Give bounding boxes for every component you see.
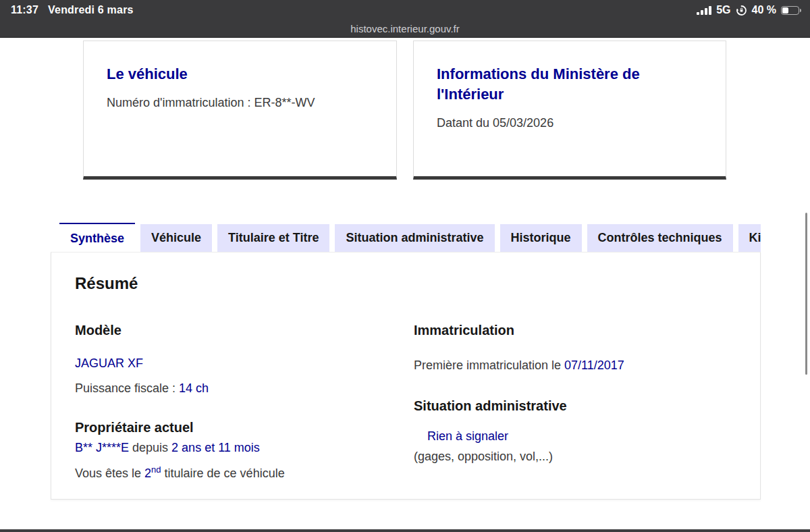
status-right: 5G 40 %	[697, 4, 799, 16]
holder-suffix: titulaire de ce véhicule	[161, 467, 285, 480]
safari-window: 11:37 Vendredi 6 mars 5G 40 %	[0, 0, 810, 532]
status-bar: 11:37 Vendredi 6 mars 5G 40 %	[0, 0, 810, 38]
tab-titulaire-et-titre[interactable]: Titulaire et Titre	[217, 224, 329, 252]
vehicle-card: Le véhicule Numéro d'immatriculation : E…	[83, 41, 397, 180]
panel-left-column: Modèle JAGUAR XF Puissance fiscale : 14 …	[75, 322, 392, 482]
holder-ordinal: nd	[151, 464, 161, 475]
tab-kilometrage[interactable]: Kilométrage	[738, 224, 761, 252]
admin-status-value: Rien à signaler	[414, 428, 731, 445]
owner-name-value: B** J****E	[75, 441, 129, 454]
network-type-label: 5G	[716, 4, 730, 16]
status-left: 11:37 Vendredi 6 mars	[11, 4, 134, 16]
holder-prefix: Vous êtes le	[75, 467, 144, 480]
vehicle-card-registration: Numéro d'immatriculation : ER-8**-WV	[107, 95, 373, 111]
fiscal-power-value: 14 ch	[179, 381, 209, 395]
model-name-value: JAGUAR XF	[75, 355, 392, 372]
status-date: Vendredi 6 mars	[48, 4, 134, 16]
owner-line: B** J****E depuis 2 ans et 11 mois	[75, 440, 392, 456]
ministry-info-card: Informations du Ministère de l'Intérieur…	[413, 41, 726, 180]
fiscal-power-label: Puissance fiscale :	[75, 381, 179, 395]
url-text: histovec.interieur.gouv.fr	[350, 23, 459, 34]
tab-controles-techniques[interactable]: Contrôles techniques	[587, 224, 733, 252]
fiscal-power-line: Puissance fiscale : 14 ch	[75, 380, 392, 397]
vertical-scrollbar[interactable]	[805, 213, 807, 375]
tab-vehicule[interactable]: Véhicule	[140, 224, 212, 252]
holder-number: 2	[144, 467, 151, 480]
vehicle-card-title: Le véhicule	[107, 64, 373, 84]
owner-since-label: depuis	[129, 441, 171, 454]
panel-right-column: Immatriculation Première immatriculation…	[414, 322, 731, 465]
rotation-lock-icon	[736, 5, 747, 16]
bottom-edge-bar	[0, 529, 810, 532]
battery-fill	[782, 7, 788, 14]
battery-percent-label: 40 %	[752, 4, 776, 16]
tab-synthese[interactable]: Synthèse	[59, 223, 135, 252]
holder-line: Vous êtes le 2nd titulaire de ce véhicul…	[75, 461, 392, 482]
synthese-panel: Résumé Modèle JAGUAR XF Puissance fiscal…	[51, 252, 761, 500]
first-registration-line: Première immatriculation le 07/11/2017	[414, 357, 731, 374]
admin-situation-heading: Situation administrative	[414, 398, 731, 415]
ministry-card-title: Informations du Ministère de l'Intérieur	[437, 64, 703, 105]
status-time: 11:37	[11, 4, 38, 16]
cellular-signal-icon	[697, 6, 711, 15]
address-bar[interactable]: histovec.interieur.gouv.fr	[0, 20, 810, 38]
model-heading: Modèle	[75, 322, 392, 339]
ministry-card-date: Datant du 05/03/2026	[437, 115, 703, 132]
report-tabs: Synthèse Véhicule Titulaire et Titre Sit…	[51, 223, 761, 252]
registration-heading: Immatriculation	[414, 322, 731, 339]
status-row: 11:37 Vendredi 6 mars 5G 40 %	[0, 0, 810, 20]
battery-icon	[781, 6, 799, 15]
owner-since-value: 2 ans et 11 mois	[171, 441, 260, 454]
first-registration-date: 07/11/2017	[564, 358, 624, 372]
owner-heading: Propriétaire actuel	[75, 419, 392, 436]
first-registration-label: Première immatriculation le	[414, 358, 564, 372]
battery-nub	[800, 9, 802, 12]
panel-title: Résumé	[75, 274, 138, 293]
tab-situation-administrative[interactable]: Situation administrative	[335, 224, 494, 252]
tab-historique[interactable]: Historique	[500, 224, 582, 252]
admin-status-note: (gages, opposition, vol,...)	[414, 448, 731, 465]
